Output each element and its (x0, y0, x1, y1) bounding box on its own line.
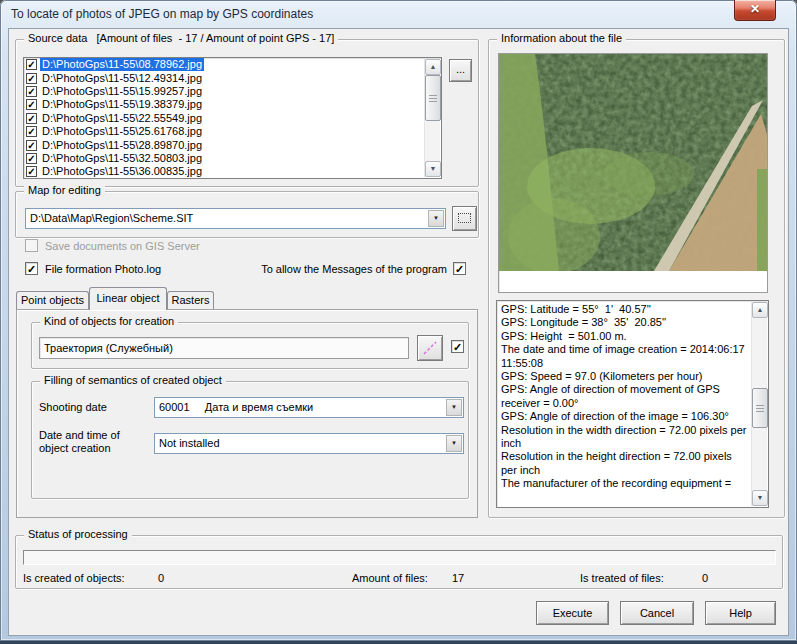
file-checkbox[interactable]: ✓ (26, 166, 37, 177)
file-list-item[interactable]: ✓ D:\PhotoGps\11-55\32.50803.jpg (24, 152, 441, 165)
file-checkbox[interactable]: ✓ (26, 153, 37, 164)
ellipsis-icon: ... (456, 63, 465, 75)
check-icon: ✓ (27, 100, 35, 109)
file-path: D:\PhotoGps\11-55\36.00835.jpg (40, 165, 204, 178)
kind-checkbox[interactable]: ✓ (451, 340, 464, 353)
file-list-item[interactable]: ✓ D:\PhotoGps\11-55\28.89870.jpg (24, 138, 441, 151)
help-button-label: Help (729, 607, 752, 619)
scroll-thumb[interactable] (752, 388, 768, 428)
file-checkbox[interactable]: ✓ (26, 73, 37, 84)
browse-files-button[interactable]: ... (449, 59, 472, 82)
progress-bar (23, 550, 776, 565)
chevron-down-icon[interactable]: ▼ (428, 210, 444, 227)
created-objects-value: 0 (158, 572, 164, 584)
cancel-button[interactable]: Cancel (620, 601, 694, 625)
check-icon: ✓ (27, 87, 35, 96)
scroll-down-icon[interactable]: ▼ (425, 161, 441, 177)
scroll-grip-icon (756, 405, 764, 412)
execute-button[interactable]: Execute (536, 601, 609, 625)
amount-files-value: 17 (452, 572, 464, 584)
chevron-down-icon[interactable]: ▼ (446, 435, 462, 452)
treated-files-label: Is treated of files: (580, 572, 664, 584)
check-icon: ✓ (453, 342, 462, 352)
help-button[interactable]: Help (705, 601, 776, 625)
info-scrollbar[interactable]: ▲ ▼ (751, 302, 767, 506)
file-list-item[interactable]: ✓ D:\PhotoGps\11-55\19.38379.jpg (24, 98, 441, 111)
file-list-item[interactable]: ✓ D:\PhotoGps\11-55\15.99257.jpg (24, 85, 441, 98)
photolog-checkbox[interactable]: ✓ (25, 262, 38, 275)
aerial-forest-photo (499, 54, 767, 271)
tab-point-objects[interactable]: Point objects (16, 291, 89, 309)
creation-date-label: Date and time of object creation (39, 429, 120, 455)
check-icon: ✓ (27, 127, 35, 136)
tab-linear-object[interactable]: Linear object (89, 287, 167, 310)
file-path: D:\PhotoGps\11-55\28.89870.jpg (40, 139, 204, 152)
map-combobox-value: D:\Data\Map\Region\Scheme.SIT (30, 212, 425, 224)
file-list[interactable]: ✓ D:\PhotoGps\11-55\08.78962.jpg ✓ D:\Ph… (23, 57, 442, 179)
file-checkbox[interactable]: ✓ (26, 140, 37, 151)
file-info-textbox[interactable]: GPS: Latitude = 55° 1' 40.57'' GPS: Long… (496, 300, 769, 508)
info-group-label: Information about the file (497, 32, 626, 44)
select-map-button[interactable] (452, 206, 477, 231)
file-checkbox[interactable]: ✓ (26, 86, 37, 97)
source-data-label: Source data [Amount of files - 17 / Amou… (24, 32, 338, 44)
kind-field-value: Траектория (Служебный) (44, 342, 173, 354)
file-path: D:\PhotoGps\11-55\08.78962.jpg (40, 58, 204, 71)
creation-date-combobox[interactable]: Not installed ▼ (154, 433, 464, 454)
created-objects-label: Is created of objects: (23, 572, 125, 584)
semantics-group-label: Filling of semantics of created object (40, 374, 226, 386)
dotted-rect-icon (458, 213, 471, 223)
file-info-text: GPS: Latitude = 55° 1' 40.57'' GPS: Long… (501, 303, 748, 505)
file-list-item[interactable]: ✓ D:\PhotoGps\11-55\36.00835.jpg (24, 165, 441, 178)
file-path: D:\PhotoGps\11-55\12.49314.jpg (40, 72, 204, 85)
creation-date-value: Not installed (159, 437, 443, 449)
map-combobox[interactable]: D:\Data\Map\Region\Scheme.SIT ▼ (25, 208, 446, 229)
kind-group-label: Kind of objects for creation (40, 315, 178, 327)
file-checkbox[interactable]: ✓ (26, 126, 37, 137)
save-gis-checkbox (25, 239, 38, 252)
dialog-client-area: Source data [Amount of files - 17 / Amou… (8, 28, 789, 636)
scroll-grip-icon (429, 95, 437, 102)
scroll-up-icon[interactable]: ▲ (752, 302, 768, 318)
diagonal-line-icon (422, 340, 438, 356)
check-icon: ✓ (27, 264, 36, 274)
file-list-item[interactable]: ✓ D:\PhotoGps\11-55\22.55549.jpg (24, 112, 441, 125)
photo-preview (498, 53, 768, 293)
close-button[interactable]: ✕ (734, 0, 776, 21)
window-title: To locate of photos of JPEG on map by GP… (11, 7, 313, 21)
cancel-button-label: Cancel (640, 607, 674, 619)
scroll-down-icon[interactable]: ▼ (752, 490, 768, 506)
file-path: D:\PhotoGps\11-55\19.38379.jpg (40, 98, 204, 111)
scroll-up-icon[interactable]: ▲ (425, 59, 441, 75)
tab-label: Linear object (97, 292, 160, 304)
dialog-window: To locate of photos of JPEG on map by GP… (0, 0, 797, 644)
check-icon: ✓ (27, 167, 35, 176)
file-list-item[interactable]: ✓ D:\PhotoGps\11-55\08.78962.jpg (24, 58, 441, 71)
chevron-down-icon[interactable]: ▼ (446, 399, 462, 416)
file-list-item[interactable]: ✓ D:\PhotoGps\11-55\12.49314.jpg (24, 71, 441, 84)
file-list-item[interactable]: ✓ D:\PhotoGps\11-55\25.61768.jpg (24, 125, 441, 138)
line-style-button[interactable] (417, 335, 443, 361)
file-path: D:\PhotoGps\11-55\22.55549.jpg (40, 112, 204, 125)
close-icon: ✕ (750, 2, 760, 16)
file-checkbox[interactable]: ✓ (26, 113, 37, 124)
execute-button-label: Execute (553, 607, 593, 619)
check-icon: ✓ (27, 74, 35, 83)
file-list-scrollbar[interactable]: ▲ ▼ (424, 59, 440, 177)
status-group-label: Status of processing (24, 528, 132, 540)
check-icon: ✓ (27, 114, 35, 123)
map-group-label: Map for editing (24, 184, 105, 196)
file-path: D:\PhotoGps\11-55\25.61768.jpg (40, 125, 204, 138)
tab-label: Rasters (172, 294, 210, 306)
messages-checkbox[interactable]: ✓ (453, 262, 466, 275)
tab-rasters[interactable]: Rasters (167, 291, 214, 309)
tab-label: Point objects (21, 294, 84, 306)
shooting-date-label: Shooting date (39, 401, 107, 413)
shooting-date-combobox[interactable]: 60001 Дата и время съемки ▼ (154, 397, 464, 418)
check-icon: ✓ (455, 264, 464, 274)
kind-field[interactable]: Траектория (Служебный) (39, 337, 409, 359)
scroll-thumb[interactable] (425, 75, 441, 121)
file-checkbox[interactable]: ✓ (26, 59, 37, 70)
file-checkbox[interactable]: ✓ (26, 99, 37, 110)
title-bar[interactable]: To locate of photos of JPEG on map by GP… (0, 0, 797, 28)
